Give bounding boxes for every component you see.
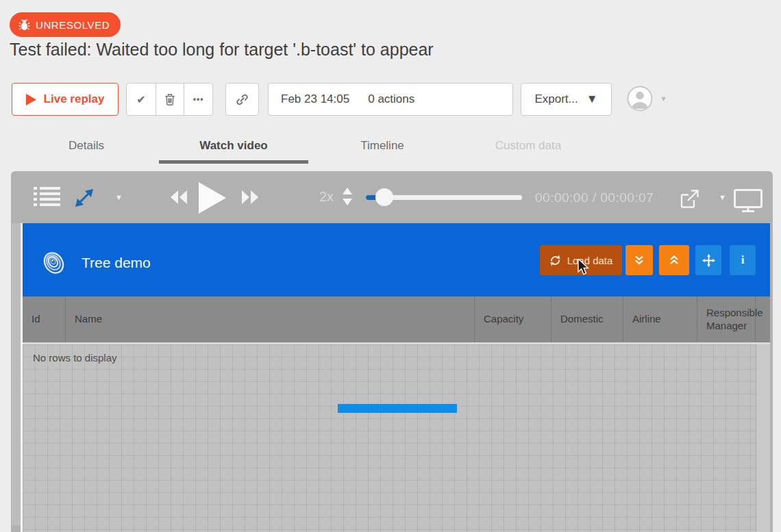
grid-scrollbar-track [756, 344, 770, 532]
rewind-button[interactable] [171, 190, 187, 207]
bug-icon [18, 18, 30, 31]
stepper-arrows-icon [343, 188, 352, 205]
tab-details[interactable]: Details [69, 139, 104, 153]
fullscreen-button[interactable] [734, 189, 763, 215]
mouse-cursor-icon [578, 259, 590, 277]
tab-watch-video[interactable]: Watch video [199, 139, 268, 153]
player-left-gutter [12, 223, 21, 525]
user-icon [627, 86, 653, 112]
fast-forward-button[interactable] [242, 190, 258, 207]
double-chevron-down-icon [634, 255, 645, 266]
play-icon [26, 94, 36, 105]
rewind-icon [171, 190, 187, 204]
step-list-button[interactable] [34, 186, 60, 212]
seek-slider[interactable] [366, 195, 522, 200]
page-title: Test failed: Waited too long for target … [10, 40, 434, 60]
toast-bar [338, 404, 457, 413]
ellipsis-icon: ••• [193, 94, 204, 104]
active-tab-underline [159, 160, 308, 164]
run-actions-count: 0 actions [368, 92, 414, 106]
grid-empty-text: No rows to display [33, 352, 117, 364]
column-header-capacity: Capacity [475, 296, 551, 342]
video-frame[interactable]: Tree demo Load data [23, 223, 770, 532]
app-title: Tree demo [82, 255, 151, 271]
external-link-icon [680, 190, 699, 208]
play-button[interactable] [199, 182, 226, 216]
resolve-button[interactable]: ✔ [127, 84, 156, 115]
column-header-id: Id [23, 296, 66, 342]
external-chevron-down-icon[interactable]: ▼ [719, 193, 726, 201]
playback-time: 00:00:00 / 00:00:07 [535, 190, 654, 205]
result-actions-group: ✔ ••• [126, 83, 213, 116]
check-icon: ✔ [136, 93, 145, 106]
playback-speed: 2x [319, 189, 334, 205]
open-external-button[interactable] [680, 190, 699, 211]
app-logo-icon [42, 249, 66, 277]
trash-icon [164, 94, 175, 105]
avatar[interactable] [627, 86, 653, 112]
more-actions-button[interactable]: ••• [184, 84, 212, 115]
info-icon: i [741, 253, 745, 267]
info-button: i [730, 245, 756, 275]
run-date: Feb 23 14:05 [281, 92, 349, 106]
list-icon [34, 186, 60, 209]
status-badge-label: UNRESOLVED [36, 19, 110, 31]
grid-header: Id Name Capacity Domestic Airline Respon… [23, 296, 770, 342]
collapse-all-button [625, 245, 653, 275]
delete-button[interactable] [156, 84, 184, 115]
column-header-airline: Airline [623, 296, 697, 342]
live-replay-label: Live replay [44, 92, 105, 106]
column-header-responsible-manager: Responsible Manager [697, 296, 756, 342]
chevron-down-icon: ▼ [586, 92, 598, 106]
live-replay-button[interactable]: Live replay [12, 83, 119, 116]
export-label: Export... [534, 92, 578, 106]
app-header: Tree demo Load data [23, 223, 770, 296]
move-icon [702, 254, 715, 267]
fast-forward-icon [242, 190, 258, 204]
export-button[interactable]: Export... ▼ [521, 83, 612, 116]
column-header-domestic: Domestic [551, 296, 623, 342]
link-icon [236, 93, 249, 106]
speed-stepper[interactable] [343, 188, 352, 208]
resize-chevron-down-icon[interactable]: ▼ [115, 193, 123, 201]
grid-body: No rows to display [23, 342, 770, 532]
tab-custom-data: Custom data [495, 139, 561, 153]
video-player: ▼ 2x 00:00:00 / 00:00:07 [11, 171, 773, 532]
expand-icon [75, 189, 93, 207]
run-selector-input[interactable]: Feb 23 14:05 0 actions [268, 83, 513, 116]
move-button [695, 245, 721, 275]
double-chevron-up-icon [669, 255, 680, 266]
tab-timeline[interactable]: Timeline [360, 139, 404, 153]
grid-header-spacer [756, 296, 770, 342]
refresh-icon [549, 255, 561, 266]
resize-button[interactable] [75, 189, 93, 210]
expand-all-button [659, 245, 689, 275]
play-icon [199, 182, 226, 214]
avatar-chevron-down-icon[interactable]: ▼ [660, 94, 667, 103]
copy-link-button[interactable] [225, 83, 259, 116]
column-header-name: Name [66, 296, 475, 342]
seek-slider-thumb[interactable] [375, 188, 393, 206]
monitor-icon [734, 189, 763, 212]
status-badge: UNRESOLVED [10, 12, 121, 37]
